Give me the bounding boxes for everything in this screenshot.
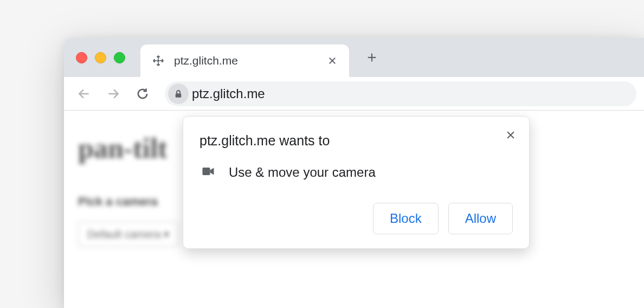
camera-select[interactable]: Default camera ▾ [78, 222, 178, 247]
new-tab-button[interactable] [360, 46, 384, 69]
back-button[interactable] [72, 81, 96, 106]
plus-icon [366, 52, 378, 63]
arrow-left-icon [77, 87, 91, 101]
prompt-close-button[interactable] [501, 125, 520, 145]
prompt-title: ptz.glitch.me wants to [199, 133, 513, 149]
forward-button[interactable] [101, 81, 126, 106]
tab-title: ptz.glitch.me [174, 54, 325, 67]
svg-point-4 [158, 60, 159, 62]
drag-move-icon [151, 54, 165, 68]
close-icon [327, 56, 337, 66]
arrow-right-icon [106, 87, 120, 101]
prompt-permission-row: Use & move your camera [199, 164, 513, 181]
browser-tab[interactable]: ptz.glitch.me [140, 44, 349, 77]
camera-icon [201, 164, 216, 181]
prompt-permission-text: Use & move your camera [229, 165, 376, 180]
address-bar[interactable]: ptz.glitch.me [165, 81, 636, 106]
tab-close-button[interactable] [325, 54, 339, 68]
url-text: ptz.glitch.me [191, 86, 265, 101]
window-minimize-button[interactable] [95, 52, 106, 63]
window-controls [76, 52, 125, 63]
window-close-button[interactable] [76, 52, 87, 63]
svg-rect-11 [176, 93, 182, 98]
block-button[interactable]: Block [373, 203, 439, 234]
prompt-actions: Block Allow [199, 203, 513, 234]
lock-icon [173, 89, 183, 99]
window-maximize-button[interactable] [114, 52, 125, 63]
site-info-button[interactable] [168, 84, 189, 104]
tab-strip: ptz.glitch.me [64, 38, 644, 77]
reload-icon [136, 87, 150, 101]
allow-button[interactable]: Allow [448, 203, 513, 234]
svg-rect-14 [203, 168, 210, 175]
toolbar: ptz.glitch.me [64, 77, 644, 111]
close-icon [505, 130, 516, 140]
permission-prompt: ptz.glitch.me wants to Use & move your c… [183, 116, 530, 249]
reload-button[interactable] [130, 81, 155, 106]
browser-window: ptz.glitch.me [64, 38, 644, 308]
